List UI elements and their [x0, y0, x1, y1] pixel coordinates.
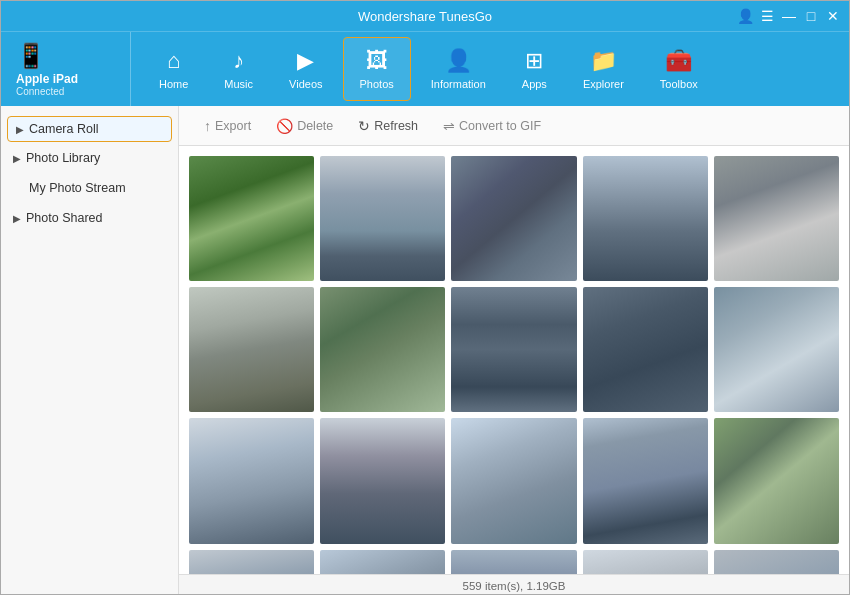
nav-home-label: Home — [159, 78, 188, 90]
arrow-icon: ▶ — [16, 124, 24, 135]
device-info: 📱 Apple iPad Connected — [11, 32, 131, 106]
explorer-icon: 📁 — [590, 48, 617, 74]
photo-cell-18[interactable] — [451, 550, 576, 574]
photo-cell-20[interactable] — [714, 550, 839, 574]
photo-cell-12[interactable] — [320, 418, 445, 543]
nav-apps[interactable]: ⊞ Apps — [506, 37, 563, 101]
convert-gif-button[interactable]: ⇌ Convert to GIF — [433, 114, 551, 138]
photo-cell-9[interactable] — [583, 287, 708, 412]
convert-icon: ⇌ — [443, 118, 455, 134]
photo-cell-13[interactable] — [451, 418, 576, 543]
sidebar: ▶ Camera Roll ▶ Photo Library My Photo S… — [1, 106, 179, 595]
content-area: ↑ Export 🚫 Delete ↻ Refresh ⇌ Convert to… — [179, 106, 849, 595]
nav-information[interactable]: 👤 Information — [415, 37, 502, 101]
menu-icon[interactable]: ☰ — [759, 8, 775, 24]
photo-cell-8[interactable] — [451, 287, 576, 412]
photo-cell-5[interactable] — [714, 156, 839, 281]
sidebar-camera-roll-label: Camera Roll — [29, 122, 98, 136]
photo-grid — [189, 156, 839, 574]
delete-button[interactable]: 🚫 Delete — [266, 114, 343, 138]
home-icon: ⌂ — [167, 48, 180, 74]
delete-label: Delete — [297, 119, 333, 133]
sidebar-my-photo-stream-label: My Photo Stream — [29, 181, 126, 195]
photo-cell-11[interactable] — [189, 418, 314, 543]
photo-cell-7[interactable] — [320, 287, 445, 412]
main: ▶ Camera Roll ▶ Photo Library My Photo S… — [1, 106, 849, 595]
sidebar-item-camera-roll[interactable]: ▶ Camera Roll — [7, 116, 172, 142]
nav-videos-label: Videos — [289, 78, 322, 90]
refresh-icon: ↻ — [358, 118, 370, 134]
titlebar: Wondershare TunesGo 👤 ☰ — □ ✕ — [1, 1, 849, 31]
toolbar: ↑ Export 🚫 Delete ↻ Refresh ⇌ Convert to… — [179, 106, 849, 146]
sidebar-item-photo-shared[interactable]: ▶ Photo Shared — [1, 204, 178, 232]
photo-cell-3[interactable] — [451, 156, 576, 281]
nav-photos[interactable]: 🖼 Photos — [343, 37, 411, 101]
music-icon: ♪ — [233, 48, 244, 74]
status-text: 559 item(s), 1.19GB — [463, 580, 566, 592]
minimize-button[interactable]: — — [781, 8, 797, 24]
photos-icon: 🖼 — [366, 48, 388, 74]
close-button[interactable]: ✕ — [825, 8, 841, 24]
export-button[interactable]: ↑ Export — [194, 114, 261, 138]
export-icon: ↑ — [204, 118, 211, 134]
maximize-button[interactable]: □ — [803, 8, 819, 24]
device-icon: 📱 — [16, 42, 120, 70]
refresh-label: Refresh — [374, 119, 418, 133]
nav-music[interactable]: ♪ Music — [208, 37, 269, 101]
device-name: Apple iPad — [16, 72, 120, 86]
apps-icon: ⊞ — [525, 48, 543, 74]
nav-music-label: Music — [224, 78, 253, 90]
app-title: Wondershare TunesGo — [358, 9, 492, 24]
navbar: 📱 Apple iPad Connected ⌂ Home ♪ Music ▶ … — [1, 31, 849, 106]
nav-home[interactable]: ⌂ Home — [143, 37, 204, 101]
nav-toolbox-label: Toolbox — [660, 78, 698, 90]
photo-cell-17[interactable] — [320, 550, 445, 574]
delete-icon: 🚫 — [276, 118, 293, 134]
user-icon[interactable]: 👤 — [737, 8, 753, 24]
photo-cell-4[interactable] — [583, 156, 708, 281]
sidebar-item-photo-library[interactable]: ▶ Photo Library — [1, 144, 178, 172]
sidebar-item-my-photo-stream[interactable]: My Photo Stream — [1, 174, 178, 202]
window-controls: 👤 ☰ — □ ✕ — [737, 1, 841, 31]
arrow-icon: ▶ — [13, 153, 21, 164]
convert-label: Convert to GIF — [459, 119, 541, 133]
photo-area — [179, 146, 849, 574]
device-status: Connected — [16, 86, 120, 97]
photo-cell-19[interactable] — [583, 550, 708, 574]
photo-cell-10[interactable] — [714, 287, 839, 412]
photo-cell-15[interactable] — [714, 418, 839, 543]
arrow-icon: ▶ — [13, 213, 21, 224]
videos-icon: ▶ — [297, 48, 314, 74]
nav-items: ⌂ Home ♪ Music ▶ Videos 🖼 Photos 👤 Infor… — [141, 32, 839, 106]
nav-videos[interactable]: ▶ Videos — [273, 37, 338, 101]
statusbar: 559 item(s), 1.19GB — [179, 574, 849, 595]
nav-apps-label: Apps — [522, 78, 547, 90]
toolbox-icon: 🧰 — [665, 48, 692, 74]
information-icon: 👤 — [445, 48, 472, 74]
nav-explorer-label: Explorer — [583, 78, 624, 90]
sidebar-photo-library-label: Photo Library — [26, 151, 100, 165]
refresh-button[interactable]: ↻ Refresh — [348, 114, 428, 138]
photo-cell-1[interactable] — [189, 156, 314, 281]
nav-toolbox[interactable]: 🧰 Toolbox — [644, 37, 714, 101]
photo-cell-14[interactable] — [583, 418, 708, 543]
nav-information-label: Information — [431, 78, 486, 90]
sidebar-photo-shared-label: Photo Shared — [26, 211, 102, 225]
nav-photos-label: Photos — [360, 78, 394, 90]
export-label: Export — [215, 119, 251, 133]
photo-cell-6[interactable] — [189, 287, 314, 412]
photo-cell-2[interactable] — [320, 156, 445, 281]
photo-cell-16[interactable] — [189, 550, 314, 574]
nav-explorer[interactable]: 📁 Explorer — [567, 37, 640, 101]
